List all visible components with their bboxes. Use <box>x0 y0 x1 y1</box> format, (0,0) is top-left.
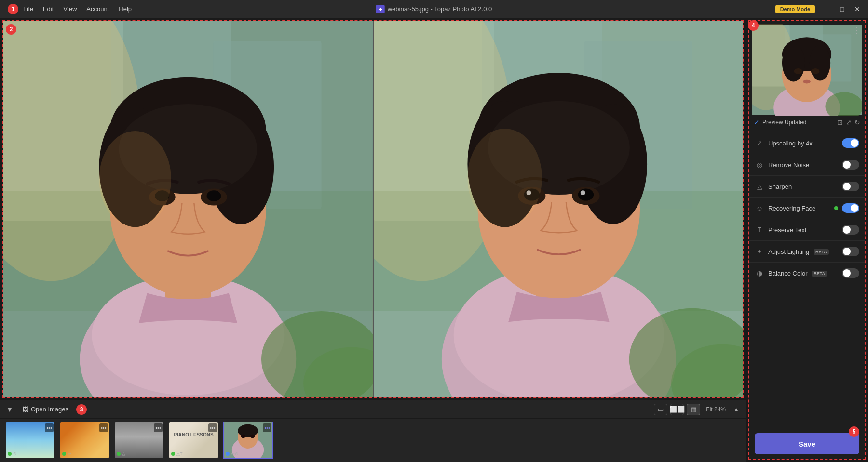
thumb-menu-3[interactable]: ••• <box>154 423 163 432</box>
face-icon: ☺ <box>755 203 764 213</box>
svg-point-47 <box>238 424 258 437</box>
menu-help[interactable]: Help <box>114 3 136 14</box>
face-dot <box>834 206 838 210</box>
thumbnail-3[interactable]: ••• △ <box>114 422 164 459</box>
thumb-indicator-2: ✏ <box>62 451 71 456</box>
refresh-icon-button[interactable]: ↻ <box>854 119 860 126</box>
step-badge-5: 5 <box>849 426 859 437</box>
preview-thumbnail: ⋮ <box>752 24 862 116</box>
svg-point-18 <box>99 131 171 227</box>
image-panel-left <box>3 21 374 397</box>
svg-point-38 <box>578 189 593 201</box>
preview-check-icon: ✓ <box>754 119 760 126</box>
indicator-icon-4: △T <box>176 451 183 456</box>
close-button[interactable]: ✕ <box>851 4 864 14</box>
filmstrip: ••• ⊙ ••• ✏ <box>0 419 746 462</box>
canvas-area: 2 <box>2 20 744 398</box>
indicator-icon-3: △ <box>122 451 125 456</box>
image-icon: 🖼 <box>22 406 28 413</box>
compare-side-button[interactable]: ▦ <box>687 404 700 415</box>
upscaling-toggle[interactable] <box>842 138 859 148</box>
collapse-filmstrip-button[interactable]: ▼ <box>5 405 14 414</box>
thumb-menu-1[interactable]: ••• <box>45 423 54 432</box>
thumb-indicator-1: ⊙ <box>8 451 17 456</box>
portrait-svg-left <box>3 21 373 397</box>
indicator-icon-2: ✏ <box>68 451 71 456</box>
sharpen-toggle-knob <box>843 183 851 190</box>
preview-icon-group: ⊡ ⤢ ↻ <box>837 119 860 126</box>
app-logo: ◆ <box>376 5 385 13</box>
svg-point-62 <box>811 68 820 74</box>
portrait-bg-right <box>374 21 744 397</box>
zoom-level: Fit 24% <box>703 405 729 414</box>
preview-portrait-svg <box>752 24 862 116</box>
crop-icon-button[interactable]: ⊡ <box>837 119 843 126</box>
menu-account[interactable]: Account <box>81 3 114 14</box>
thumbnail-2[interactable]: ••• ✏ <box>59 422 110 459</box>
upscaling-icon: ⤢ <box>755 138 764 148</box>
settings-panel: ⤢ Upscaling by 4x ◎ Remove Noise △ Sharp… <box>749 132 865 428</box>
noise-toggle[interactable] <box>842 160 859 170</box>
lighting-beta-badge: BETA <box>814 249 829 255</box>
setting-recovering-face: ☺ Recovering Face <box>749 198 865 219</box>
minimize-button[interactable]: — <box>820 4 833 14</box>
setting-adjust-lighting: ✦ Adjust Lighting BETA <box>749 241 865 263</box>
view-controls: ▭ ⬜⬜ ▦ Fit 24% ▲ <box>654 404 741 415</box>
indicator-dot-1 <box>8 452 12 456</box>
demo-mode-button[interactable]: Demo Mode <box>775 5 815 13</box>
sharpen-toggle[interactable] <box>842 182 859 191</box>
step-badge-2: 2 <box>6 24 16 35</box>
svg-point-60 <box>810 45 830 81</box>
face-toggle[interactable] <box>842 203 859 213</box>
color-toggle[interactable] <box>842 268 859 278</box>
step-badge-1: 1 <box>8 4 18 14</box>
window-title: webinar-55.jpg - Topaz Photo AI 2.0.0 <box>388 5 492 13</box>
thumb-indicator-4: △T <box>171 451 183 456</box>
setting-sharpen: △ Sharpen <box>749 176 865 198</box>
preview-more-button[interactable]: ⋮ <box>853 26 860 35</box>
svg-point-40 <box>580 190 585 195</box>
compare-vert-button[interactable]: ⬜⬜ <box>670 404 684 415</box>
single-view-button[interactable]: ▭ <box>654 404 667 415</box>
image-panel-right <box>374 21 744 397</box>
open-images-button[interactable]: 🖼 Open Images <box>18 404 72 415</box>
thumb-menu-2[interactable]: ••• <box>99 423 108 432</box>
menu-edit[interactable]: Edit <box>38 3 58 14</box>
sharpen-icon: △ <box>755 182 764 191</box>
thumbnail-1[interactable]: ••• ⊙ <box>5 422 55 459</box>
open-images-label: Open Images <box>31 406 68 413</box>
zoom-up-button[interactable]: ▲ <box>732 405 741 414</box>
indicator-dot-5 <box>226 452 230 456</box>
preview-section: 4 <box>749 21 865 132</box>
face-toggle-knob <box>851 204 858 212</box>
svg-point-49 <box>250 435 255 438</box>
color-icon: ◑ <box>755 268 764 278</box>
color-toggle-knob <box>843 269 851 277</box>
portrait-bg-left <box>3 21 373 397</box>
preview-status-bar: ✓ Preview Updated ⊡ ⤢ ↻ <box>752 116 862 129</box>
svg-point-61 <box>794 68 802 74</box>
svg-point-17 <box>207 190 221 201</box>
text-label: Preserve Text <box>768 226 830 234</box>
lighting-toggle-knob <box>843 248 851 255</box>
noise-icon: ◎ <box>755 160 764 170</box>
color-label: Balance Color BETA <box>768 270 830 277</box>
window-controls: — □ ✕ <box>820 4 864 14</box>
thumb-menu-4[interactable]: ••• <box>208 423 217 432</box>
text-toggle[interactable] <box>842 225 859 235</box>
main-layout: 2 <box>0 18 868 462</box>
maximize-button[interactable]: □ <box>835 4 849 14</box>
step-badge-4: 4 <box>748 20 759 31</box>
right-panel: 4 <box>748 20 866 460</box>
setting-balance-color: ◑ Balance Color BETA <box>749 263 865 284</box>
thumbnail-4[interactable]: PIANO LESSONS ••• △T <box>168 422 219 459</box>
menu-view[interactable]: View <box>58 3 81 14</box>
thumb-menu-5[interactable]: ••• <box>263 423 271 432</box>
menu-bar: 1 File Edit View Account Help <box>0 3 136 14</box>
expand-icon-button[interactable]: ⤢ <box>846 119 852 126</box>
preview-status-text: Preview Updated <box>762 119 834 126</box>
thumbnail-5[interactable]: ••• ✏⊙ <box>223 422 273 459</box>
lighting-toggle[interactable] <box>842 247 859 256</box>
save-button[interactable]: Save <box>755 433 859 454</box>
menu-file[interactable]: File <box>18 3 38 14</box>
